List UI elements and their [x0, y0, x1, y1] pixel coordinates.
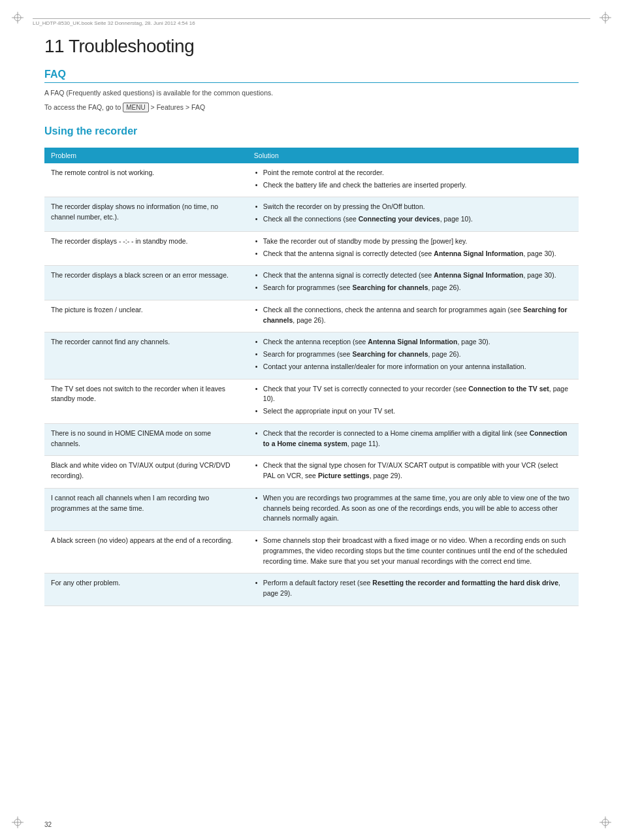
solution-cell: Take the recorder out of standby mode by…	[248, 231, 579, 266]
table-row: There is no sound in HOME CINEMA mode on…	[44, 423, 579, 456]
table-header-row: Problem Solution	[44, 148, 579, 163]
solution-item: Perform a default factory reset (see Res…	[254, 578, 572, 599]
problem-cell: For any other problem.	[44, 573, 248, 606]
solution-item: Check that the antenna signal is correct…	[254, 249, 572, 259]
solution-item: Check that the antenna signal is correct…	[254, 270, 572, 281]
page: LU_HDTP-8530_UK.book Seite 32 Donnerstag…	[0, 0, 623, 840]
solution-item: Switch the recorder on by pressing the O…	[254, 202, 572, 212]
problem-cell: The recorder displays a black screen or …	[44, 266, 248, 300]
solution-cell: Some channels stop their broadcast with …	[248, 531, 579, 573]
faq-heading: FAQ	[44, 69, 579, 83]
table-row: The picture is frozen / unclear.Check al…	[44, 300, 579, 332]
problem-cell: Black and white video on TV/AUX output (…	[44, 456, 248, 489]
table-row: Black and white video on TV/AUX output (…	[44, 456, 579, 489]
solution-item: Check the antenna reception (see Antenna…	[254, 337, 572, 347]
faq-section: FAQ A FAQ (Frequently asked questions) i…	[44, 69, 579, 112]
table-row: I cannot reach all channels when I am re…	[44, 488, 579, 530]
table-row: The recorder displays a black screen or …	[44, 266, 579, 300]
solution-cell: Perform a default factory reset (see Res…	[248, 573, 579, 606]
solution-item: Check that the signal type chosen for TV…	[254, 460, 572, 481]
solution-item: Check the battery life and check the bat…	[254, 180, 572, 191]
problem-cell: The TV set does not switch to the record…	[44, 379, 248, 423]
solution-item: Some channels stop their broadcast with …	[254, 536, 572, 566]
main-content: 11 Troubleshooting FAQ A FAQ (Frequently…	[44, 36, 579, 814]
solution-item: Check that the recorder is connected to …	[254, 428, 572, 449]
table-row: The recorder displays - -:- - in standby…	[44, 231, 579, 266]
faq-intro: A FAQ (Frequently asked questions) is av…	[44, 88, 579, 99]
solution-item: Select the appropriate input on your TV …	[254, 406, 572, 417]
problem-cell: The picture is frozen / unclear.	[44, 300, 248, 332]
solution-cell: Point the remote control at the recorder…	[248, 163, 579, 197]
col-problem-header: Problem	[44, 148, 248, 163]
table-row: The recorder display shows no informatio…	[44, 197, 579, 232]
solution-item: Search for programmes (see Searching for…	[254, 349, 572, 360]
solution-cell: Check that your TV set is correctly conn…	[248, 379, 579, 423]
problem-cell: The recorder display shows no informatio…	[44, 197, 248, 232]
col-solution-header: Solution	[248, 148, 579, 163]
table-row: The TV set does not switch to the record…	[44, 379, 579, 423]
solution-item: Check all the connections (see Connectin…	[254, 214, 572, 225]
problem-cell: The recorder displays - -:- - in standby…	[44, 231, 248, 266]
file-info: LU_HDTP-8530_UK.book Seite 32 Donnerstag…	[33, 20, 195, 26]
menu-key: MENU	[123, 103, 148, 112]
solution-cell: Check that the antenna signal is correct…	[248, 266, 579, 300]
solution-cell: Check all the connections, check the ant…	[248, 300, 579, 332]
solution-cell: Check the antenna reception (see Antenna…	[248, 332, 579, 379]
table-row: For any other problem.Perform a default …	[44, 573, 579, 606]
table-row: A black screen (no video) appears at the…	[44, 531, 579, 573]
solution-item: Check that your TV set is correctly conn…	[254, 384, 572, 405]
solution-cell: Check that the recorder is connected to …	[248, 423, 579, 456]
troubleshooting-table: Problem Solution The remote control is n…	[44, 148, 579, 606]
problem-cell: The recorder cannot find any channels.	[44, 332, 248, 379]
solution-item: When you are recordings two programmes a…	[254, 493, 572, 524]
problem-cell: A black screen (no video) appears at the…	[44, 531, 248, 573]
solution-item: Contact your antenna installer/dealer fo…	[254, 362, 572, 372]
solution-item: Take the recorder out of standby mode by…	[254, 236, 572, 247]
page-number: 32	[44, 821, 52, 828]
solution-item: Point the remote control at the recorder…	[254, 168, 572, 178]
solution-cell: Check that the signal type chosen for TV…	[248, 456, 579, 489]
table-row: The recorder cannot find any channels.Ch…	[44, 332, 579, 379]
header-bar: LU_HDTP-8530_UK.book Seite 32 Donnerstag…	[33, 18, 590, 26]
using-recorder-heading: Using the recorder	[44, 125, 579, 137]
corner-mark-tr	[599, 12, 611, 24]
solution-item: Check all the connections, check the ant…	[254, 305, 572, 326]
faq-instruction: To access the FAQ, go to MENU > Features…	[44, 103, 579, 112]
chapter-title: 11 Troubleshooting	[44, 36, 579, 57]
solution-item: Search for programmes (see Searching for…	[254, 283, 572, 293]
solution-cell: When you are recordings two programmes a…	[248, 488, 579, 530]
table-row: The remote control is not working.Point …	[44, 163, 579, 197]
corner-mark-tl	[12, 12, 24, 24]
problem-cell: There is no sound in HOME CINEMA mode on…	[44, 423, 248, 456]
corner-mark-br	[599, 816, 611, 828]
solution-cell: Switch the recorder on by pressing the O…	[248, 197, 579, 232]
problem-cell: I cannot reach all channels when I am re…	[44, 488, 248, 530]
using-recorder-section: Using the recorder Problem Solution The …	[44, 125, 579, 606]
corner-mark-bl	[12, 816, 24, 828]
problem-cell: The remote control is not working.	[44, 163, 248, 197]
